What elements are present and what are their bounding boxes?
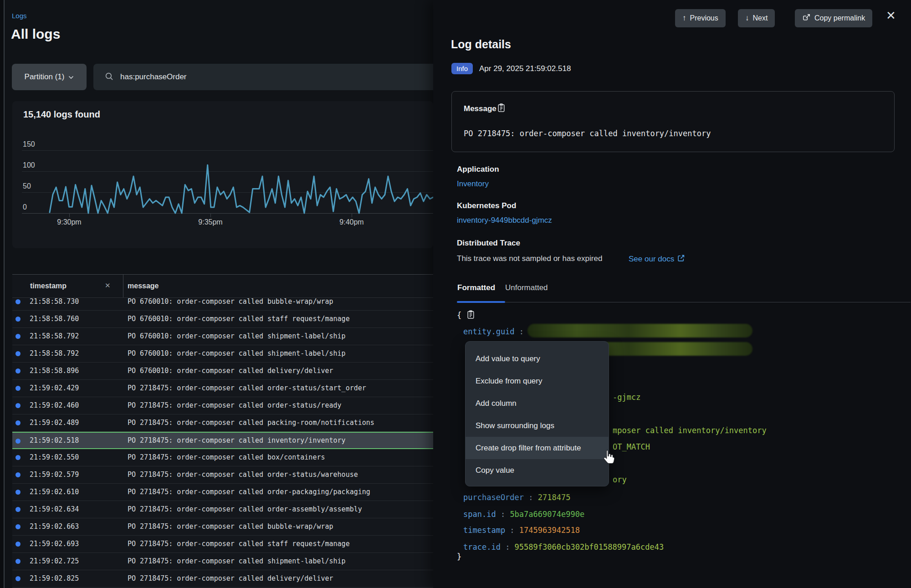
- table-row[interactable]: 21:59:02.429 PO 2718475: order-composer …: [12, 380, 433, 397]
- context-menu-item[interactable]: Show surrounding logs: [466, 414, 609, 437]
- field-value-link[interactable]: inventory-9449bbcdd-gjmcz: [457, 216, 552, 225]
- severity-dot-icon: [15, 351, 20, 356]
- table-row[interactable]: 21:59:02.518 PO 2718475: order-composer …: [12, 432, 433, 449]
- context-menu-item[interactable]: Add column: [466, 392, 609, 414]
- table-row[interactable]: 21:59:02.693 PO 2718475: order-composer …: [12, 536, 433, 553]
- field-value-link[interactable]: Inventory: [457, 179, 489, 189]
- copy-message-icon[interactable]: [496, 103, 506, 114]
- see-our-docs-link[interactable]: See our docs: [629, 254, 685, 264]
- message-text: PO 2718475: order-composer called invent…: [464, 129, 711, 138]
- column-header-message[interactable]: message: [128, 282, 159, 290]
- attribute-value-fragment: OT_MATCH: [613, 442, 650, 451]
- chart-gridline: [22, 171, 433, 172]
- context-menu-items: Add value to query Exclude from query Ad…: [466, 348, 609, 481]
- logs-count: 15,140 logs found: [23, 109, 100, 120]
- context-menu-item[interactable]: Create drop filter from attribute: [466, 437, 609, 459]
- table-row[interactable]: 21:58:58.792 PO 6760010: order-composer …: [12, 328, 433, 345]
- tab-unformatted[interactable]: Unformatted: [505, 283, 548, 292]
- attribute-value: 5ba7a669074e990e: [510, 510, 584, 519]
- panel-title: Log details: [451, 38, 511, 51]
- attribute-value: 2718475: [538, 493, 571, 502]
- remove-column-icon[interactable]: ✕: [105, 281, 111, 290]
- table-row[interactable]: 21:58:58.760 PO 6760010: order-composer …: [12, 311, 433, 328]
- next-label: Next: [753, 14, 768, 22]
- table-body: 21:58:58.730 PO 6760010: order-composer …: [12, 298, 433, 588]
- table-row[interactable]: 21:59:02.550 PO 2718475: order-composer …: [12, 449, 433, 466]
- field-label: Application: [457, 165, 499, 174]
- attribute-row[interactable]: span.id : 5ba7a669074e990e: [463, 510, 584, 519]
- row-timestamp: 21:58:58.896: [30, 363, 79, 379]
- search-bar[interactable]: [93, 64, 440, 90]
- tab-rule: [457, 302, 911, 302]
- table-row[interactable]: 21:59:02.579 PO 2718475: order-composer …: [12, 466, 433, 484]
- column-header-timestamp[interactable]: timestamp: [30, 282, 67, 290]
- tab-formatted[interactable]: Formatted: [457, 283, 495, 292]
- attribute-row[interactable]: timestamp : 1745963942518: [463, 526, 580, 535]
- table-row[interactable]: 21:58:58.730 PO 6760010: order-composer …: [12, 298, 433, 311]
- table-row[interactable]: 21:59:02.634 PO 2718475: order-composer …: [12, 501, 433, 518]
- row-timestamp: 21:59:02.693: [30, 536, 79, 552]
- copy-permalink-button[interactable]: Copy permalink: [795, 9, 872, 27]
- tab-active-indicator: [457, 301, 505, 303]
- severity-dot-icon: [15, 386, 20, 391]
- next-log-button[interactable]: ↓ Next: [738, 9, 775, 27]
- breadcrumb-logs[interactable]: Logs: [12, 12, 27, 20]
- detail-fields: Application Inventory Kubernetes Pod inv…: [433, 165, 911, 238]
- search-icon: [93, 72, 114, 83]
- row-timestamp: 21:59:02.725: [30, 553, 79, 570]
- row-timestamp: 21:59:02.579: [30, 466, 79, 483]
- attribute-row[interactable]: purchaseOrder : 2718475: [463, 493, 570, 502]
- row-message: PO 2718475: order-composer called bubble…: [128, 518, 333, 535]
- severity-dot-icon: [15, 472, 20, 477]
- detail-field: Kubernetes Pod inventory-9449bbcdd-gjmcz: [433, 201, 911, 238]
- table-row[interactable]: 21:58:58.896 PO 6760010: order-composer …: [12, 363, 433, 380]
- log-timestamp: Apr 29, 2025 21:59:02.518: [479, 64, 571, 73]
- table-row[interactable]: 21:59:02.663 PO 2718475: order-composer …: [12, 518, 433, 536]
- row-timestamp: 21:59:02.610: [30, 484, 79, 501]
- row-message: PO 6760010: order-composer called shipme…: [128, 345, 346, 362]
- y-axis-tick-label: 50: [23, 182, 31, 191]
- row-message: PO 2718475: order-composer called order-…: [128, 501, 362, 518]
- severity-dot-icon: [15, 403, 20, 408]
- table-row[interactable]: 21:59:02.610 PO 2718475: order-composer …: [12, 484, 433, 501]
- severity-dot-icon: [15, 576, 20, 581]
- table-row[interactable]: 21:59:02.489 PO 2718475: order-composer …: [12, 414, 433, 432]
- search-input[interactable]: [119, 72, 394, 82]
- table-row[interactable]: 21:59:02.725 PO 2718475: order-composer …: [12, 553, 433, 570]
- previous-log-button[interactable]: ↑ Previous: [675, 9, 726, 27]
- attribute-entity-guid[interactable]: entity.guid :: [463, 327, 524, 336]
- log-table: timestamp ✕ message 21:58:58.730 PO 6760…: [12, 274, 433, 588]
- row-timestamp: 21:59:02.663: [30, 518, 79, 535]
- row-message: PO 2718475: order-composer called order-…: [128, 380, 366, 397]
- severity-dot-icon: [15, 507, 20, 512]
- severity-badge: Info: [451, 63, 473, 74]
- row-timestamp: 21:59:02.518: [30, 433, 79, 448]
- context-menu-item[interactable]: Exclude from query: [466, 370, 609, 392]
- x-axis-tick-label: 9:30pm: [51, 218, 87, 226]
- attribute-row[interactable]: trace.id : 95589f3060cb302bf01588997a6cd…: [463, 542, 664, 552]
- table-row[interactable]: 21:59:02.825 PO 2718475: order-composer …: [12, 570, 433, 588]
- x-axis-tick: [352, 213, 352, 217]
- row-timestamp: 21:59:02.550: [30, 449, 79, 466]
- row-message: PO 2718475: order-composer called packin…: [128, 414, 374, 431]
- row-timestamp: 21:59:02.634: [30, 501, 79, 518]
- copy-json-icon[interactable]: [466, 310, 476, 321]
- context-menu-item[interactable]: Add value to query: [466, 348, 609, 370]
- context-menu-item[interactable]: Copy value: [466, 459, 609, 481]
- close-panel-icon[interactable]: ✕: [883, 8, 899, 23]
- row-message: PO 2718475: order-composer called order-…: [128, 466, 358, 483]
- logs-main: Logs All logs Partition (1) 15,140 logs …: [0, 0, 433, 588]
- row-timestamp: 21:58:58.792: [30, 328, 79, 345]
- json-open-brace: {: [457, 311, 461, 320]
- x-axis-tick-label: 9:35pm: [192, 218, 229, 226]
- x-axis-tick-label: 9:40pm: [333, 218, 370, 226]
- severity-dot-icon: [15, 368, 20, 373]
- table-row[interactable]: 21:59:02.460 PO 2718475: order-composer …: [12, 397, 433, 414]
- attribute-key: span.id: [463, 510, 496, 519]
- partition-filter-button[interactable]: Partition (1): [12, 64, 87, 90]
- severity-dot-icon: [15, 317, 20, 322]
- row-message: PO 6760010: order-composer called shipme…: [128, 328, 346, 345]
- log-details-panel: ↑ Previous ↓ Next Copy permalink ✕ Log d…: [433, 0, 911, 588]
- distributed-trace-label: Distributed Trace: [457, 239, 520, 248]
- table-row[interactable]: 21:58:58.792 PO 6760010: order-composer …: [12, 345, 433, 363]
